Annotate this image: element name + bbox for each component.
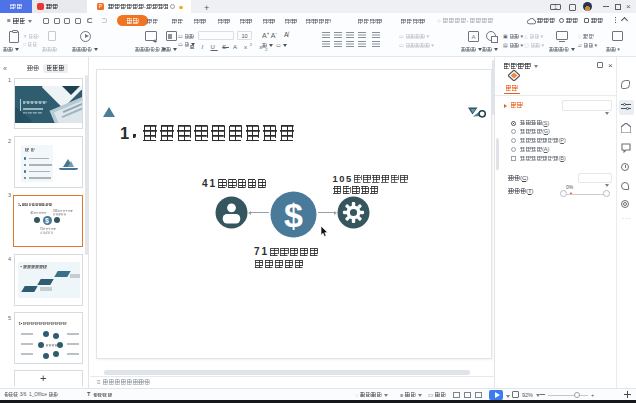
svg-text:$: $	[284, 196, 303, 234]
